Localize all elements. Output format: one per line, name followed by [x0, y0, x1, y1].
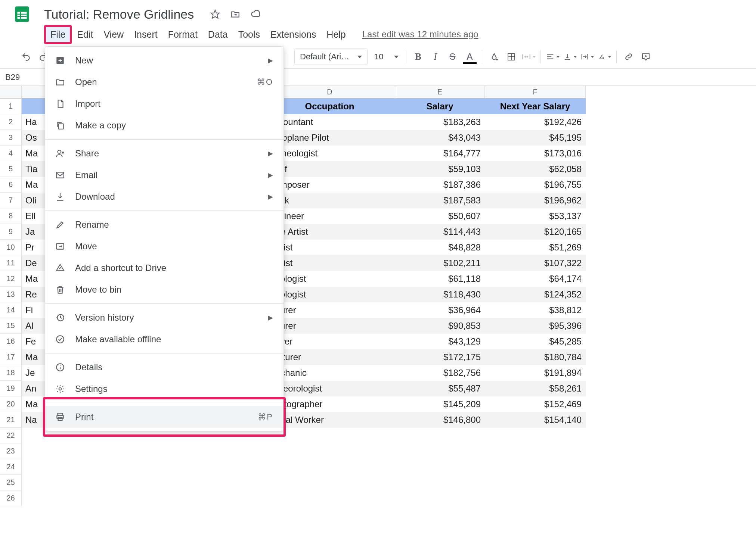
- row-header[interactable]: 3: [0, 130, 21, 146]
- name-box[interactable]: B29: [5, 72, 50, 82]
- cell[interactable]: [264, 490, 395, 506]
- cell[interactable]: $187,386: [395, 177, 485, 193]
- row-header[interactable]: 20: [0, 396, 21, 412]
- row-header[interactable]: 25: [0, 475, 21, 490]
- merge-cells-button[interactable]: [520, 49, 537, 65]
- cell[interactable]: [264, 428, 395, 443]
- cell[interactable]: $152,469: [485, 396, 586, 412]
- cell[interactable]: Composer: [264, 177, 395, 193]
- cell[interactable]: $62,058: [485, 161, 586, 177]
- borders-button[interactable]: [503, 49, 520, 65]
- menu-edit[interactable]: Edit: [72, 27, 98, 42]
- file-menu-open[interactable]: Open⌘O: [45, 71, 284, 93]
- file-menu-add-a-shortcut-to-drive[interactable]: Add a shortcut to Drive: [45, 257, 284, 279]
- sheets-logo[interactable]: [11, 3, 33, 25]
- cell[interactable]: Accountant: [264, 114, 395, 130]
- cell[interactable]: $38,812: [485, 302, 586, 318]
- file-menu-rename[interactable]: Rename: [45, 214, 284, 236]
- cell[interactable]: $192,426: [485, 114, 586, 130]
- cell[interactable]: Florist: [264, 255, 395, 271]
- cell[interactable]: Lawer: [264, 334, 395, 349]
- row-header[interactable]: 13: [0, 287, 21, 302]
- cell[interactable]: $90,853: [395, 318, 485, 334]
- text-color-button[interactable]: A: [462, 49, 478, 65]
- select-all-corner[interactable]: [0, 86, 21, 99]
- text-wrap-button[interactable]: [579, 49, 595, 65]
- cell[interactable]: [134, 443, 264, 459]
- cell[interactable]: [395, 490, 485, 506]
- cell[interactable]: $124,352: [485, 287, 586, 302]
- row-header[interactable]: 17: [0, 349, 21, 365]
- cell[interactable]: [485, 443, 586, 459]
- cell[interactable]: $183,263: [395, 114, 485, 130]
- cell[interactable]: $36,964: [395, 302, 485, 318]
- row-header[interactable]: 4: [0, 146, 21, 161]
- file-menu-version-history[interactable]: Version history▶: [45, 307, 284, 328]
- cell[interactable]: $53,137: [485, 208, 586, 224]
- row-header[interactable]: 23: [0, 443, 21, 459]
- row-header[interactable]: 1: [0, 99, 21, 114]
- column-header[interactable]: F: [485, 86, 586, 99]
- file-menu-move-to-bin[interactable]: Move to bin: [45, 279, 284, 300]
- row-header[interactable]: 8: [0, 208, 21, 224]
- cell[interactable]: [264, 459, 395, 475]
- cell[interactable]: $102,211: [395, 255, 485, 271]
- cell[interactable]: Aeroplane Pilot: [264, 130, 395, 146]
- cell[interactable]: $191,894: [485, 365, 586, 381]
- cell[interactable]: $107,322: [485, 255, 586, 271]
- cell[interactable]: Social Worker: [264, 412, 395, 428]
- cell[interactable]: $172,175: [395, 349, 485, 365]
- menu-help[interactable]: Help: [321, 27, 351, 42]
- cell[interactable]: Florist: [264, 240, 395, 255]
- cell[interactable]: $114,443: [395, 224, 485, 240]
- row-header[interactable]: 19: [0, 381, 21, 396]
- row-header[interactable]: 21: [0, 412, 21, 428]
- cell[interactable]: $48,828: [395, 240, 485, 255]
- cell[interactable]: [485, 490, 586, 506]
- last-edit-link[interactable]: Last edit was 12 minutes ago: [362, 29, 478, 40]
- cell[interactable]: [22, 443, 134, 459]
- cell[interactable]: $59,103: [395, 161, 485, 177]
- cell[interactable]: [134, 475, 264, 490]
- cell[interactable]: $164,777: [395, 146, 485, 161]
- row-header[interactable]: 10: [0, 240, 21, 255]
- strikethrough-button[interactable]: S: [444, 49, 461, 65]
- cell[interactable]: [134, 459, 264, 475]
- vertical-align-button[interactable]: [562, 49, 578, 65]
- cell[interactable]: $50,607: [395, 208, 485, 224]
- menu-tools[interactable]: Tools: [233, 27, 265, 42]
- cell[interactable]: [22, 459, 134, 475]
- row-header[interactable]: 22: [0, 428, 21, 443]
- row-header[interactable]: 15: [0, 318, 21, 334]
- row-header[interactable]: 11: [0, 255, 21, 271]
- cell[interactable]: $64,174: [485, 271, 586, 287]
- font-size-dropdown[interactable]: 10: [374, 52, 398, 62]
- cell[interactable]: $154,140: [485, 412, 586, 428]
- cell[interactable]: Fine Artist: [264, 224, 395, 240]
- cell[interactable]: [395, 475, 485, 490]
- cell[interactable]: $145,209: [395, 396, 485, 412]
- cell[interactable]: [485, 428, 586, 443]
- cell[interactable]: $43,129: [395, 334, 485, 349]
- cell[interactable]: [485, 459, 586, 475]
- cell[interactable]: [395, 459, 485, 475]
- cell[interactable]: [22, 490, 134, 506]
- row-header[interactable]: 16: [0, 334, 21, 349]
- cell[interactable]: $187,583: [395, 193, 485, 208]
- horizontal-align-button[interactable]: [545, 49, 561, 65]
- menu-view[interactable]: View: [98, 27, 129, 42]
- row-header[interactable]: 14: [0, 302, 21, 318]
- cell[interactable]: $118,430: [395, 287, 485, 302]
- file-menu-download[interactable]: Download▶: [45, 186, 284, 208]
- row-header[interactable]: 6: [0, 177, 21, 193]
- move-to-folder-icon[interactable]: [230, 9, 240, 19]
- file-menu-import[interactable]: Import: [45, 93, 284, 115]
- cell[interactable]: Cook: [264, 193, 395, 208]
- cell[interactable]: [395, 428, 485, 443]
- cell[interactable]: Engineer: [264, 208, 395, 224]
- insert-link-button[interactable]: [620, 49, 637, 65]
- cell[interactable]: $45,195: [485, 130, 586, 146]
- file-menu-make-a-copy[interactable]: Make a copy: [45, 115, 284, 136]
- cell[interactable]: Geologist: [264, 271, 395, 287]
- file-menu-new[interactable]: New▶: [45, 50, 284, 71]
